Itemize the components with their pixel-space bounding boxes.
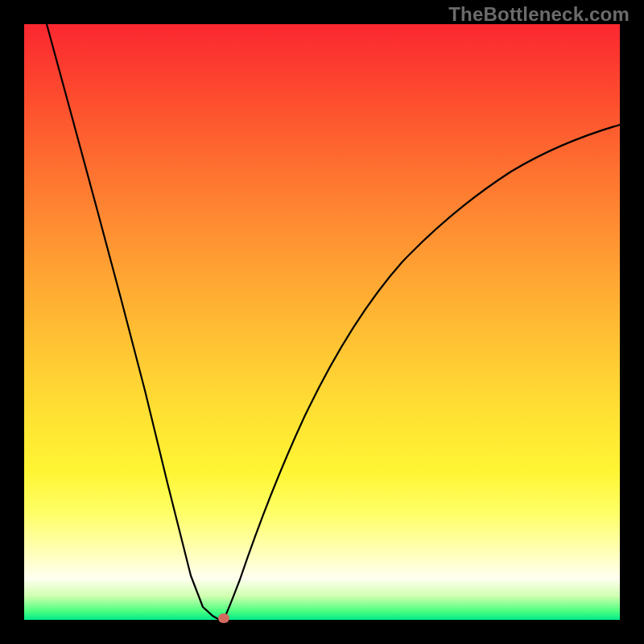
watermark-text: TheBottleneck.com — [448, 3, 630, 26]
plot-area — [24, 24, 620, 620]
curve-minimum-dot — [218, 613, 229, 623]
bottleneck-curve-left — [47, 24, 218, 619]
curve-svg — [24, 24, 620, 620]
bottleneck-curve-right — [224, 125, 620, 619]
chart-frame: TheBottleneck.com — [0, 0, 644, 644]
